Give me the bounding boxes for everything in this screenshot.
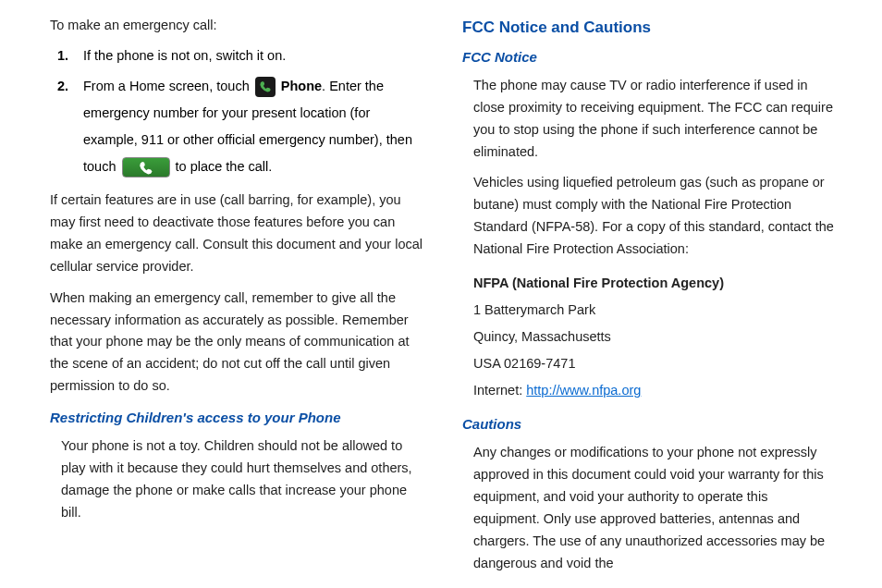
left-column: To make an emergency call: 1. If the pho… (33, 15, 425, 583)
phone-label: Phone (281, 79, 322, 93)
emergency-steps-list: 1. If the phone is not on, switch it on.… (50, 43, 425, 180)
page-content: To make an emergency call: 1. If the pho… (0, 15, 882, 583)
heading-fcc-main: FCC Notice and Cautions (462, 15, 838, 41)
nfpa-link[interactable]: http://www.nfpa.org (526, 383, 641, 398)
cautions-para: Any changes or modifications to your pho… (462, 442, 838, 575)
step-text: If the phone is not on, switch it on. (83, 43, 425, 69)
step-text-fragment: From a Home screen, touch (83, 79, 253, 93)
fcc-notice-body: The phone may cause TV or radio interfer… (462, 75, 838, 404)
step-number: 2. (57, 73, 83, 180)
nfpa-address-line: USA 02169-7471 (473, 350, 838, 377)
page-footer: 167 (0, 583, 882, 588)
step-text-fragment: to place the call. (172, 159, 273, 174)
right-column: FCC Notice and Cautions FCC Notice The p… (462, 15, 849, 583)
emergency-para-1: If certain features are in use (call bar… (50, 190, 425, 278)
list-item: 1. If the phone is not on, switch it on. (57, 43, 425, 69)
nfpa-internet-line: Internet: http://www.nfpa.org (473, 377, 838, 404)
list-item: 2. From a Home screen, touch Phone. Ente… (57, 73, 425, 180)
heading-fcc-notice: FCC Notice (462, 46, 838, 69)
phone-icon (255, 77, 276, 97)
nfpa-name: NFPA (National Fire Protection Agency) (473, 270, 838, 297)
nfpa-address-line: Quincy, Massachusetts (473, 324, 838, 350)
emergency-intro: To make an emergency call: (50, 15, 425, 37)
heading-cautions: Cautions (462, 413, 838, 436)
call-icon (122, 157, 170, 178)
emergency-para-2: When making an emergency call, remember … (50, 288, 425, 398)
restrict-children-para: Your phone is not a toy. Children should… (50, 435, 425, 524)
nfpa-address-block: NFPA (National Fire Protection Agency) 1… (473, 270, 838, 404)
page-number: 167 (50, 582, 71, 588)
fcc-para-1: The phone may cause TV or radio interfer… (473, 75, 838, 164)
heading-restrict-children: Restricting Children's access to your Ph… (50, 407, 425, 430)
internet-label: Internet: (473, 383, 526, 398)
step-text: From a Home screen, touch Phone. Enter t… (83, 73, 425, 180)
step-number: 1. (57, 43, 83, 69)
nfpa-address-line: 1 Batterymarch Park (473, 297, 838, 324)
fcc-para-2: Vehicles using liquefied petroleum gas (… (473, 172, 838, 261)
